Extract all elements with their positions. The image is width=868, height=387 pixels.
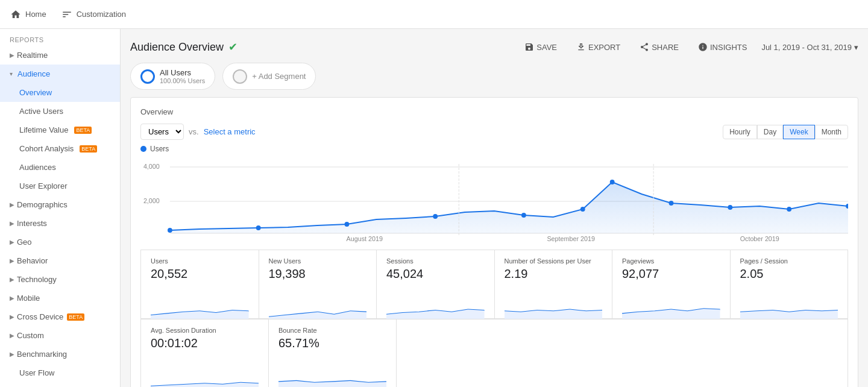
stat-new-users: New Users 19,398	[259, 250, 377, 319]
stat-pageviews: Pageviews 92,077	[612, 250, 730, 319]
overview-card: Overview Users vs. Select a metric Hourl…	[130, 97, 858, 387]
segment-bar: All Users 100.00% Users + Add Segment	[130, 63, 858, 90]
svg-marker-29	[278, 381, 386, 387]
sidebar-item-mobile[interactable]: ▶ Mobile	[0, 289, 120, 307]
main-layout: REPORTS ▶ Realtime ▾ Audience Overview A…	[0, 29, 868, 387]
chevron-right-icon-bench: ▶	[10, 351, 14, 357]
stat-users: Users 20,552	[140, 250, 259, 319]
svg-marker-5	[170, 182, 848, 233]
chevron-right-icon-cross: ▶	[10, 313, 14, 320]
sidebar-item-audience[interactable]: ▾ Audience	[0, 64, 120, 83]
beta-badge-cross: BETA	[67, 313, 84, 321]
sidebar-item-geo[interactable]: ▶ Geo	[0, 233, 120, 251]
svg-text:September 2019: September 2019	[547, 235, 595, 242]
segment-circle-icon	[140, 69, 155, 84]
segment-all-users[interactable]: All Users 100.00% Users	[130, 63, 215, 90]
sidebar-item-technology[interactable]: ▶ Technology	[0, 270, 120, 289]
time-period-buttons: Hourly Day Week Month	[723, 125, 848, 139]
top-navigation: Home Customization	[0, 0, 868, 29]
save-button[interactable]: SAVE	[520, 39, 562, 55]
stat-bounce-rate: Bounce Rate 65.71%	[268, 319, 396, 387]
users-legend-label: Users	[150, 145, 169, 153]
chevron-right-icon-custom: ▶	[10, 332, 14, 339]
sidebar-item-cross-device[interactable]: ▶ Cross Device BETA	[0, 307, 120, 326]
nav-customization[interactable]: Customization	[61, 8, 126, 20]
chevron-right-icon-interests: ▶	[10, 220, 14, 227]
chevron-down-icon: ▾	[10, 71, 13, 77]
chart-svg: 4,000 2,000	[140, 158, 848, 242]
sidebar-item-user-explorer[interactable]: User Explorer	[0, 177, 120, 195]
add-segment-circle-icon	[233, 69, 247, 84]
sidebar-item-cohort-analysis[interactable]: Cohort Analysis BETA	[0, 139, 120, 158]
check-icon: ✔	[228, 40, 237, 54]
sidebar-item-realtime[interactable]: ▶ Realtime	[0, 46, 120, 64]
stats-row-2: Avg. Session Duration 00:01:02 Bounce Ra…	[140, 319, 848, 387]
day-button[interactable]: Day	[757, 125, 783, 139]
page-title: Audience Overview ✔	[130, 40, 237, 54]
month-button[interactable]: Month	[815, 125, 848, 139]
svg-text:August 2019: August 2019	[347, 235, 383, 242]
sidebar-collapse-button[interactable]	[0, 382, 120, 387]
sidebar-item-custom[interactable]: ▶ Custom	[0, 326, 120, 345]
vs-text: vs.	[189, 127, 199, 136]
main-chart: 4,000 2,000	[140, 158, 848, 242]
chevron-right-icon-behavior: ▶	[10, 257, 14, 264]
stat-sessions-per-user: Number of Sessions per User 2.19	[494, 250, 612, 319]
stat-empty-1	[396, 319, 848, 387]
stat-avg-session-duration: Avg. Session Duration 00:01:02	[140, 319, 268, 387]
sidebar-item-audiences[interactable]: Audiences	[0, 158, 120, 177]
metric-dropdown[interactable]: Users	[140, 124, 184, 140]
beta-badge-cohort: BETA	[80, 145, 97, 153]
chevron-right-icon-geo: ▶	[10, 239, 14, 245]
insights-button[interactable]: INSIGHTS	[693, 39, 752, 55]
sidebar-item-interests[interactable]: ▶ Interests	[0, 214, 120, 233]
hourly-button[interactable]: Hourly	[723, 125, 757, 139]
export-button[interactable]: EXPORT	[571, 39, 625, 55]
stat-pages-per-session: Pages / Session 2.05	[730, 250, 849, 319]
overview-tab-label: Overview	[140, 107, 848, 116]
sidebar-item-active-users[interactable]: Active Users	[0, 102, 120, 121]
content-header: Audience Overview ✔ SAVE EXPORT SHARE	[130, 39, 858, 55]
chart-legend: Users	[140, 145, 848, 153]
beta-badge: BETA	[74, 127, 92, 134]
sidebar-item-benchmarking[interactable]: ▶ Benchmarking	[0, 345, 120, 363]
users-legend-dot	[140, 146, 146, 152]
add-segment-button[interactable]: + Add Segment	[222, 63, 316, 90]
svg-text:2,000: 2,000	[143, 197, 160, 204]
chevron-right-icon: ▶	[10, 52, 14, 58]
svg-text:4,000: 4,000	[143, 163, 160, 170]
svg-point-15	[787, 207, 791, 212]
svg-point-9	[433, 214, 438, 219]
chart-controls: Users vs. Select a metric Hourly Day Wee…	[140, 124, 848, 140]
chevron-right-icon-demo: ▶	[10, 201, 14, 208]
home-icon	[10, 8, 22, 20]
svg-point-12	[610, 180, 615, 184]
week-button[interactable]: Week	[783, 125, 814, 139]
svg-point-7	[256, 225, 261, 230]
header-actions: SAVE EXPORT SHARE INSIGHTS Jul 1, 2019 -…	[520, 39, 858, 55]
svg-point-6	[168, 228, 172, 233]
stat-sessions: Sessions 45,024	[376, 250, 494, 319]
chevron-right-icon-mobile: ▶	[10, 295, 14, 301]
date-range-picker[interactable]: Jul 1, 2019 - Oct 31, 2019 ▾	[761, 43, 858, 52]
chevron-down-icon-date: ▾	[854, 43, 858, 52]
select-metric-link[interactable]: Select a metric	[204, 127, 256, 136]
sidebar-item-lifetime-value[interactable]: Lifetime Value BETA	[0, 121, 120, 139]
customization-icon	[61, 8, 73, 20]
nav-home[interactable]: Home	[10, 8, 46, 20]
main-content: Audience Overview ✔ SAVE EXPORT SHARE	[121, 29, 868, 387]
chevron-right-icon-tech: ▶	[10, 276, 14, 283]
svg-point-8	[345, 222, 350, 227]
svg-text:October 2019: October 2019	[740, 235, 779, 242]
sidebar: REPORTS ▶ Realtime ▾ Audience Overview A…	[0, 29, 121, 387]
metric-selector: Users vs. Select a metric	[140, 124, 256, 140]
sidebar-item-user-flow[interactable]: User Flow	[0, 363, 120, 382]
svg-point-10	[521, 213, 526, 218]
stats-row: Users 20,552 New Users 19,398 Sessions 4…	[140, 250, 848, 319]
sidebar-item-overview[interactable]: Overview	[0, 83, 120, 102]
sidebar-item-demographics[interactable]: ▶ Demographics	[0, 195, 120, 214]
sidebar-item-behavior[interactable]: ▶ Behavior	[0, 251, 120, 270]
reports-section-label: REPORTS	[0, 29, 120, 46]
share-button[interactable]: SHARE	[635, 39, 684, 55]
svg-point-11	[580, 207, 585, 212]
